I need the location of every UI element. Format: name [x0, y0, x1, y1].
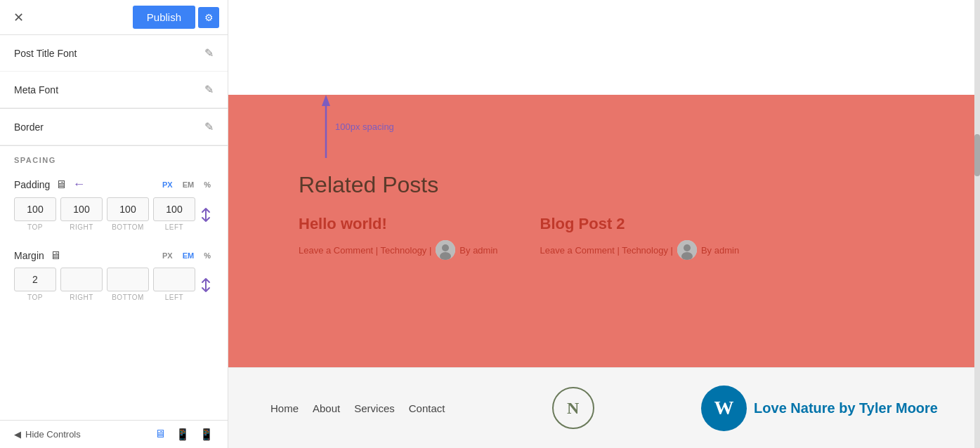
svg-point-3	[442, 244, 449, 251]
posts-row: Hello world! Leave a Comment | Technolog…	[299, 215, 910, 260]
publish-group: Publish ⚙	[133, 6, 219, 29]
padding-top-label: TOP	[27, 223, 43, 231]
post2-item: Blog Post 2 Leave a Comment | Technology…	[540, 215, 740, 260]
padding-label: Padding	[14, 179, 50, 190]
margin-unit-group: PX EM %	[159, 250, 214, 261]
margin-right-wrap: RIGHT	[60, 268, 103, 301]
hide-controls-button[interactable]: ◀ Hide Controls	[14, 429, 81, 440]
padding-left-wrap: LEFT	[153, 197, 195, 231]
margin-bottom-input[interactable]	[107, 268, 149, 291]
post2-meta-text: Leave a Comment | Technology |	[540, 245, 673, 256]
margin-bottom-label: BOTTOM	[112, 294, 144, 301]
monitor-icon-margin[interactable]: 🖥	[50, 249, 61, 262]
post1-item: Hello world! Leave a Comment | Technolog…	[299, 215, 498, 260]
margin-unit-px[interactable]: PX	[159, 250, 176, 261]
post1-avatar	[436, 240, 455, 260]
settings-button[interactable]: ⚙	[198, 7, 219, 28]
padding-link-icon[interactable]	[200, 207, 212, 223]
post1-meta: Leave a Comment | Technology | By admin	[299, 240, 498, 260]
margin-right-label: RIGHT	[70, 294, 93, 301]
post2-meta: Leave a Comment | Technology | By admin	[540, 240, 740, 260]
meta-font-edit-icon[interactable]: ✎	[204, 83, 214, 96]
post1-avatar-svg	[436, 240, 455, 260]
post2-avatar	[677, 240, 697, 260]
post-title-font-row: Post Title Font ✎	[0, 35, 228, 72]
margin-block: Margin 🖥 PX EM % TOP RIGHT	[0, 242, 228, 312]
padding-bottom-wrap: BOTTOM	[107, 197, 149, 231]
padding-block: Padding 🖥 ← PX EM % TOP	[0, 170, 228, 242]
panel-content: Post Title Font ✎ Meta Font ✎ Border ✎ S…	[0, 35, 228, 420]
margin-unit-pct[interactable]: %	[201, 250, 214, 261]
padding-unit-group: PX EM %	[159, 179, 214, 190]
mobile-icon[interactable]: 📱	[200, 428, 214, 441]
close-button[interactable]: ✕	[8, 8, 28, 27]
meta-font-label: Meta Font	[14, 84, 58, 95]
padding-unit-pct[interactable]: %	[201, 179, 214, 190]
scrollbar-track	[974, 0, 980, 448]
left-panel: ✕ Publish ⚙ Post Title Font ✎ Meta Font …	[0, 0, 228, 448]
post2-author: By admin	[701, 245, 739, 256]
publish-button[interactable]: Publish	[133, 6, 195, 29]
scrollbar-thumb[interactable]	[974, 134, 980, 176]
margin-top-label: TOP	[27, 294, 43, 301]
padding-top-input[interactable]	[14, 197, 56, 221]
meta-font-row: Meta Font ✎	[0, 72, 228, 108]
site-title: Love Nature by Tyler Moore	[754, 400, 938, 416]
chevron-left-icon: ◀	[14, 429, 21, 440]
post-title-font-edit-icon[interactable]: ✎	[204, 46, 214, 60]
padding-unit-em[interactable]: EM	[180, 179, 197, 190]
padding-right-label: RIGHT	[70, 223, 93, 231]
footer-nav-about[interactable]: About	[313, 402, 340, 414]
wp-letter: W	[714, 397, 734, 419]
footer-nav-contact[interactable]: Contact	[409, 402, 445, 414]
site-logo-circle: N	[552, 387, 594, 429]
border-label: Border	[14, 121, 44, 133]
footer-nav: Home About Services Contact	[270, 402, 445, 414]
monitor-icon-padding[interactable]: 🖥	[55, 178, 67, 191]
top-bar: ✕ Publish ⚙	[0, 0, 228, 35]
footer-nav-home[interactable]: Home	[270, 402, 299, 414]
margin-unit-em[interactable]: EM	[180, 250, 197, 261]
preview-top-area	[228, 0, 980, 95]
padding-bottom-input[interactable]	[107, 197, 149, 221]
footer-nav-services[interactable]: Services	[354, 402, 395, 414]
margin-label: Margin	[14, 250, 44, 261]
margin-right-input[interactable]	[60, 268, 103, 291]
margin-left-input[interactable]	[153, 268, 195, 291]
post-title-font-label: Post Title Font	[14, 48, 77, 59]
padding-right-input[interactable]	[60, 197, 103, 221]
margin-link-icon[interactable]	[200, 277, 212, 293]
tablet-icon[interactable]: 📱	[176, 428, 190, 441]
margin-left-label: LEFT	[165, 294, 183, 301]
padding-bottom-label: BOTTOM	[112, 223, 144, 231]
post2-title: Blog Post 2	[540, 215, 740, 233]
arrow-indicator-padding: ←	[72, 177, 85, 192]
margin-left-wrap: LEFT	[153, 268, 195, 301]
desktop-icon[interactable]: 🖥	[155, 428, 166, 441]
wp-icon-circle: W	[701, 386, 747, 431]
margin-bottom-wrap: BOTTOM	[107, 268, 149, 301]
related-posts-title: Related Posts	[299, 172, 910, 198]
margin-label-group: Margin 🖥	[14, 249, 61, 262]
post2-avatar-svg	[677, 240, 697, 260]
preview-coral-section: 100px spacing Related Posts Hello world!…	[228, 95, 980, 367]
border-row: Border ✎	[0, 109, 228, 145]
device-icons: 🖥 📱 📱	[155, 428, 214, 441]
wp-logo-area: W Love Nature by Tyler Moore	[701, 386, 938, 431]
border-edit-icon[interactable]: ✎	[204, 120, 214, 133]
padding-left-input[interactable]	[153, 197, 195, 221]
site-logo-letter: N	[567, 399, 579, 418]
margin-top-wrap: TOP	[14, 268, 56, 301]
margin-top-input[interactable]	[14, 268, 56, 291]
arrow-up-icon	[320, 95, 332, 158]
bottom-bar: ◀ Hide Controls 🖥 📱 📱	[0, 420, 228, 448]
padding-unit-px[interactable]: PX	[159, 179, 176, 190]
padding-inputs: TOP RIGHT BOTTOM LEFT	[14, 197, 195, 231]
spacing-annotation: 100px spacing	[320, 95, 332, 158]
gear-icon: ⚙	[204, 12, 214, 23]
margin-header: Margin 🖥 PX EM %	[14, 249, 214, 262]
hide-controls-label: Hide Controls	[25, 429, 81, 440]
spacing-section-title: SPACING	[0, 146, 228, 170]
post1-author: By admin	[459, 245, 497, 256]
padding-label-group: Padding 🖥 ←	[14, 177, 85, 192]
